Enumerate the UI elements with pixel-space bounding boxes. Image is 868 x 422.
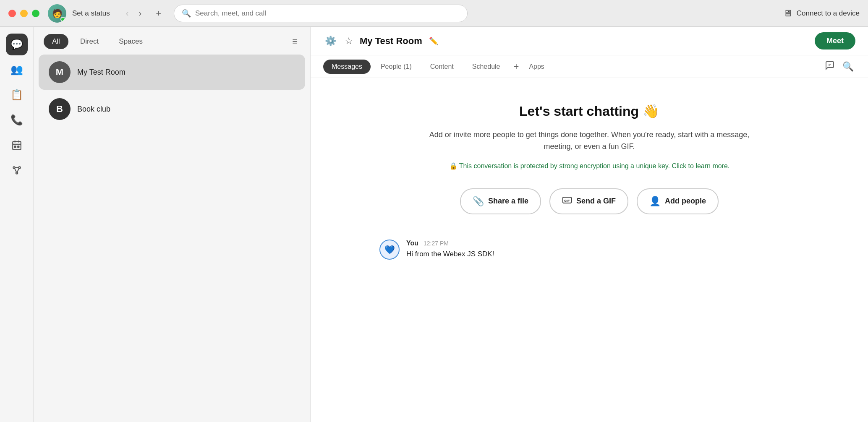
sidebar-item-people[interactable]: 👥 — [6, 59, 28, 81]
share-file-button[interactable]: 📎 Share a file — [460, 188, 541, 214]
screen-icon: 🖥 — [783, 8, 792, 19]
nav-plus-button[interactable]: + — [152, 6, 165, 21]
message-meta: You 12:27 PM — [406, 240, 799, 247]
action-buttons: 📎 Share a file GIF Send a GIF 👤 Add peop… — [460, 188, 719, 214]
titlebar: 🧑 Set a status ‹ › + 🔍 🖥 Connect to a de… — [0, 0, 868, 27]
welcome-subtitle: Add or invite more people to get things … — [417, 129, 761, 153]
send-gif-label: Send a GIF — [576, 197, 616, 206]
close-button[interactable] — [8, 10, 16, 17]
svg-rect-5 — [18, 146, 19, 147]
room-avatar-my-test-room: M — [49, 61, 71, 83]
svg-rect-4 — [14, 146, 16, 147]
nav-arrows: ‹ › — [123, 7, 145, 20]
room-name-book-club: Book club — [77, 105, 110, 114]
encryption-notice[interactable]: 🔒 This conversation is protected by stro… — [449, 161, 730, 172]
message-time: 12:27 PM — [424, 240, 449, 247]
svg-line-11 — [17, 168, 19, 172]
share-file-label: Share a file — [488, 197, 528, 206]
rooms-menu-button[interactable]: ≡ — [290, 34, 300, 49]
main-layout: 💬 👥 📋 📞 — [0, 27, 868, 422]
minimize-button[interactable] — [20, 10, 28, 17]
svg-text:GIF: GIF — [564, 199, 570, 203]
rooms-tabs: All Direct Spaces ≡ — [34, 27, 310, 54]
chat-title: My Test Room — [360, 36, 422, 47]
chat-area: ⚙️ ☆ My Test Room ✏️ Meet Messages Peopl… — [311, 27, 868, 422]
room-name-my-test-room: My Test Room — [77, 68, 125, 77]
edit-title-button[interactable]: ✏️ — [427, 35, 440, 47]
connect-device-label: Connect to a device — [797, 9, 860, 18]
tab-schedule[interactable]: Schedule — [464, 60, 509, 74]
status-dot — [60, 17, 65, 22]
favorite-icon-button[interactable]: ☆ — [343, 34, 355, 48]
welcome-title: Let's start chatting 👋 — [519, 103, 659, 119]
tab-spaces[interactable]: Spaces — [110, 34, 151, 49]
maximize-button[interactable] — [32, 10, 39, 17]
nav-back-button[interactable]: ‹ — [123, 7, 132, 20]
sidebar-item-messaging[interactable]: 💬 — [6, 34, 28, 55]
set-status-label[interactable]: Set a status — [72, 9, 110, 18]
room-avatar-book-club: B — [49, 98, 71, 120]
search-messages-button[interactable]: 🔍 — [841, 59, 855, 75]
tab-all[interactable]: All — [44, 34, 68, 49]
message-author: You — [406, 240, 418, 247]
svg-line-10 — [14, 168, 16, 172]
sidebar-item-phone[interactable]: 📞 — [6, 109, 28, 131]
sidebar-item-calendar[interactable] — [6, 134, 28, 156]
add-person-icon: 👤 — [649, 196, 661, 207]
tab-content[interactable]: Content — [422, 60, 462, 74]
add-tab-button[interactable]: + — [510, 60, 523, 74]
chat-header-icons: ⚙️ ☆ — [323, 34, 355, 48]
search-bar[interactable]: 🔍 — [174, 5, 468, 22]
settings-icon-button[interactable]: ⚙️ — [323, 34, 338, 48]
sidebar-item-integrations[interactable] — [6, 159, 28, 181]
chat-tabs: Messages People (1) Content Schedule + A… — [311, 55, 868, 78]
tab-people[interactable]: People (1) — [372, 60, 420, 74]
tab-messages[interactable]: Messages — [323, 60, 371, 74]
room-item-book-club[interactable]: B Book club — [39, 91, 305, 127]
tab-direct[interactable]: Direct — [72, 34, 107, 49]
add-people-label: Add people — [665, 197, 706, 206]
chat-body: Let's start chatting 👋 Add or invite mor… — [311, 78, 868, 422]
chat-header: ⚙️ ☆ My Test Room ✏️ Meet — [311, 27, 868, 55]
meet-button[interactable]: Meet — [815, 32, 855, 49]
rooms-panel: All Direct Spaces ≡ M My Test Room B Boo… — [34, 27, 311, 422]
thread-icon-button[interactable] — [823, 59, 837, 75]
search-input[interactable] — [195, 9, 460, 18]
message-avatar: 💙 — [379, 240, 400, 260]
connect-to-device-button[interactable]: 🖥 Connect to a device — [783, 8, 860, 19]
gif-icon: GIF — [562, 195, 572, 208]
user-avatar[interactable]: 🧑 — [48, 4, 66, 23]
message-item: 💙 You 12:27 PM Hi from the Webex JS SDK! — [379, 240, 799, 260]
sidebar-item-contacts[interactable]: 📋 — [6, 84, 28, 106]
room-item-my-test-room[interactable]: M My Test Room — [39, 55, 305, 90]
traffic-lights — [8, 10, 39, 17]
nav-forward-button[interactable]: › — [135, 7, 145, 20]
chat-header-right-icons: 🔍 — [823, 59, 855, 75]
add-people-button[interactable]: 👤 Add people — [637, 188, 719, 214]
svg-rect-0 — [13, 141, 21, 150]
sidebar: 💬 👥 📋 📞 — [0, 27, 34, 422]
paperclip-icon: 📎 — [473, 196, 484, 207]
send-gif-button[interactable]: GIF Send a GIF — [549, 188, 628, 214]
tab-apps[interactable]: Apps — [524, 60, 549, 74]
message-text: Hi from the Webex JS SDK! — [406, 249, 799, 260]
message-content: You 12:27 PM Hi from the Webex JS SDK! — [406, 240, 799, 260]
search-icon: 🔍 — [182, 9, 191, 18]
